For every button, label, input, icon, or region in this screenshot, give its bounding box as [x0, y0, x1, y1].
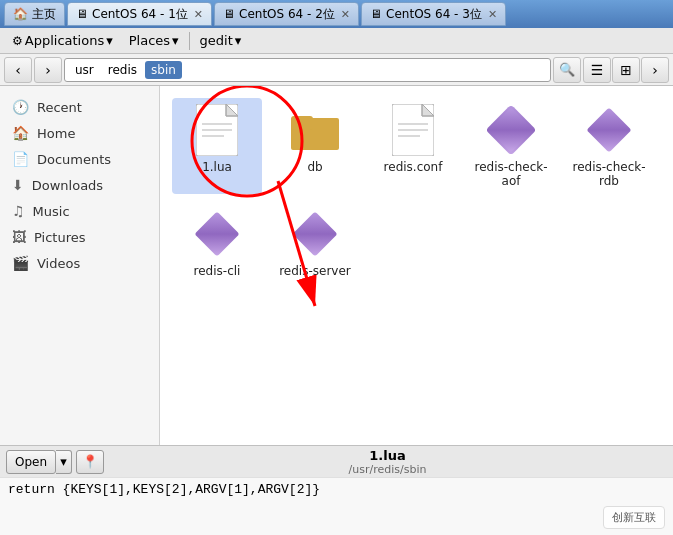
grid-view-icon: ⊞ — [620, 62, 632, 78]
breadcrumb-usr[interactable]: usr — [69, 61, 100, 79]
file-label-1lua: 1.lua — [202, 160, 232, 174]
tab-centos2[interactable]: 🖥 CentOS 64 - 2位 ✕ — [214, 2, 359, 26]
filename-main: 1.lua — [108, 448, 667, 463]
file-icon-redisserver — [291, 208, 339, 260]
content-area: 🕐 Recent 🏠 Home 📄 Documents ⬇ Downloads … — [0, 86, 673, 445]
editor-content[interactable]: return {KEYS[1],KEYS[2],ARGV[1],ARGV[2]}… — [0, 477, 673, 535]
file-label-redischeckaof: redis-check-aof — [472, 160, 550, 188]
breadcrumb: usr redis sbin — [64, 58, 551, 82]
documents-icon: 📄 — [12, 151, 29, 167]
open-label: Open — [15, 455, 47, 469]
sidebar-item-music-label: Music — [33, 204, 70, 219]
filename-area: 1.lua /usr/redis/sbin — [108, 448, 667, 476]
sidebar-item-documents[interactable]: 📄 Documents — [0, 146, 159, 172]
sidebar-item-recent[interactable]: 🕐 Recent — [0, 94, 159, 120]
svg-rect-17 — [488, 107, 533, 152]
file-item-rediscli[interactable]: redis-cli — [172, 202, 262, 284]
watermark-text: 创新互联 — [612, 512, 656, 524]
location-button[interactable]: 📍 — [76, 450, 104, 474]
tab-home[interactable]: 🏠 主页 — [4, 2, 65, 26]
file-icon-db — [291, 104, 339, 156]
list-view-button[interactable]: ☰ — [583, 57, 611, 83]
home-sidebar-icon: 🏠 — [12, 125, 29, 141]
filename-path: /usr/redis/sbin — [108, 463, 667, 476]
back-icon: ‹ — [15, 62, 21, 78]
file-label-rediscli: redis-cli — [194, 264, 241, 278]
breadcrumb-sbin[interactable]: sbin — [145, 61, 182, 79]
gedit-menu[interactable]: gedit ▾ — [192, 31, 250, 50]
file-icon-redischeckrdb — [585, 104, 633, 156]
tab3-label: CentOS 64 - 3位 — [386, 6, 482, 23]
tab3-icon: 🖥 — [370, 7, 382, 21]
search-button[interactable]: 🔍 — [553, 57, 581, 83]
sidebar-item-videos-label: Videos — [37, 256, 80, 271]
downloads-icon: ⬇ — [12, 177, 24, 193]
more-view-button[interactable]: › — [641, 57, 669, 83]
location-icon: 📍 — [82, 454, 98, 469]
svg-rect-19 — [194, 211, 239, 256]
sidebar-item-home-label: Home — [37, 126, 75, 141]
back-button[interactable]: ‹ — [4, 57, 32, 83]
file-area: 1.lua db — [160, 86, 673, 445]
tab-centos1[interactable]: 🖥 CentOS 64 - 1位 ✕ — [67, 2, 212, 26]
applications-arrow: ▾ — [106, 33, 113, 48]
home-icon: 🏠 — [13, 7, 28, 21]
tab1-icon: 🖥 — [76, 7, 88, 21]
sidebar-item-pictures[interactable]: 🖼 Pictures — [0, 224, 159, 250]
tab3-close[interactable]: ✕ — [488, 8, 497, 21]
file-label-db: db — [307, 160, 322, 174]
gedit-label: gedit — [200, 33, 233, 48]
sidebar-item-downloads[interactable]: ⬇ Downloads — [0, 172, 159, 198]
file-item-redischeckaof[interactable]: redis-check-aof — [466, 98, 556, 194]
titlebar: 🏠 主页 🖥 CentOS 64 - 1位 ✕ 🖥 CentOS 64 - 2位… — [0, 0, 673, 28]
file-icon-rediscli — [193, 208, 241, 260]
open-dropdown-arrow[interactable]: ▾ — [56, 450, 72, 474]
menubar: ⚙ Applications ▾ Places ▾ gedit ▾ — [0, 28, 673, 54]
sidebar-item-pictures-label: Pictures — [34, 230, 85, 245]
editor-bar: Open ▾ 📍 1.lua /usr/redis/sbin — [0, 445, 673, 477]
toolbar: ‹ › usr redis sbin 🔍 ☰ ⊞ › — [0, 54, 673, 86]
places-label: Places — [129, 33, 170, 48]
svg-rect-20 — [292, 211, 337, 256]
breadcrumb-redis[interactable]: redis — [102, 61, 143, 79]
file-item-1lua[interactable]: 1.lua — [172, 98, 262, 194]
sidebar-item-home[interactable]: 🏠 Home — [0, 120, 159, 146]
home-tab-label: 主页 — [32, 6, 56, 23]
tab2-icon: 🖥 — [223, 7, 235, 21]
sidebar-item-recent-label: Recent — [37, 100, 82, 115]
dropdown-arrow-icon: ▾ — [60, 454, 67, 469]
recent-icon: 🕐 — [12, 99, 29, 115]
sidebar-item-videos[interactable]: 🎬 Videos — [0, 250, 159, 276]
pictures-icon: 🖼 — [12, 229, 26, 245]
open-button-group: Open ▾ — [6, 450, 72, 474]
videos-icon: 🎬 — [12, 255, 29, 271]
file-item-redisconf[interactable]: redis.conf — [368, 98, 458, 194]
file-icon-redisconf — [389, 104, 437, 156]
svg-rect-18 — [586, 107, 631, 152]
sidebar-item-music[interactable]: ♫ Music — [0, 198, 159, 224]
places-arrow: ▾ — [172, 33, 179, 48]
gedit-arrow: ▾ — [235, 33, 242, 48]
applications-menu[interactable]: ⚙ Applications ▾ — [4, 31, 121, 50]
places-menu[interactable]: Places ▾ — [121, 31, 187, 50]
file-icon-redischeckaof — [487, 104, 535, 156]
file-item-redischeckrdb[interactable]: redis-check-rdb — [564, 98, 654, 194]
menu-separator — [189, 32, 190, 50]
file-icon-1lua — [193, 104, 241, 156]
grid-view-button[interactable]: ⊞ — [612, 57, 640, 83]
file-item-db[interactable]: db — [270, 98, 360, 194]
file-label-redisconf: redis.conf — [384, 160, 443, 174]
tab2-label: CentOS 64 - 2位 — [239, 6, 335, 23]
file-item-redisserver[interactable]: redis-server — [270, 202, 360, 284]
open-button[interactable]: Open — [6, 450, 56, 474]
editor-text: return {KEYS[1],KEYS[2],ARGV[1],ARGV[2]} — [8, 482, 320, 497]
tab2-close[interactable]: ✕ — [341, 8, 350, 21]
forward-icon: › — [45, 62, 51, 78]
more-view-icon: › — [652, 62, 658, 78]
tab1-close[interactable]: ✕ — [194, 8, 203, 21]
view-buttons: ☰ ⊞ › — [583, 57, 669, 83]
file-label-redischeckrdb: redis-check-rdb — [570, 160, 648, 188]
forward-button[interactable]: › — [34, 57, 62, 83]
tab-centos3[interactable]: 🖥 CentOS 64 - 3位 ✕ — [361, 2, 506, 26]
music-icon: ♫ — [12, 203, 25, 219]
